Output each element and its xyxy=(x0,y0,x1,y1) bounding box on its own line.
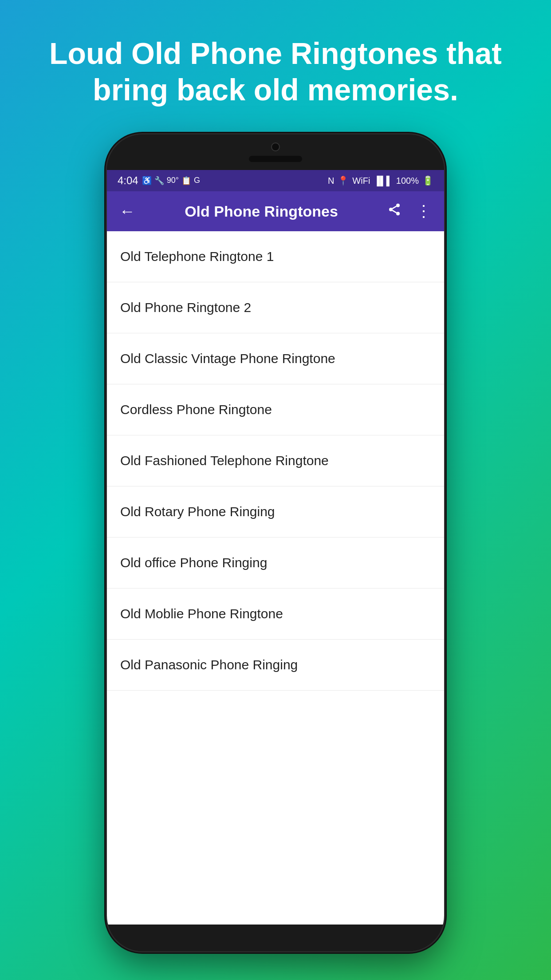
clipboard-icon: 📋 xyxy=(181,176,191,186)
svg-line-4 xyxy=(392,206,396,209)
toolbar-title: Old Phone Ringtones xyxy=(137,203,386,220)
status-right: N 📍 WiFi ▐▌▌ 100% 🔋 xyxy=(328,175,433,186)
battery-icon: 🔋 xyxy=(422,175,433,186)
toolbar-right: ⋮ xyxy=(386,200,433,222)
list-item[interactable]: Old Telephone Ringtone 1 xyxy=(107,231,444,282)
svg-point-0 xyxy=(396,204,400,207)
list-item[interactable]: Old Rotary Phone Ringing xyxy=(107,486,444,537)
ringtone-label: Old Moblie Phone Ringtone xyxy=(120,606,283,621)
wifi-icon: WiFi xyxy=(352,176,370,186)
list-item[interactable]: Old Phone Ringtone 2 xyxy=(107,282,444,333)
share-button[interactable] xyxy=(386,200,403,222)
ringtone-label: Old Panasonic Phone Ringing xyxy=(120,657,298,672)
list-item[interactable]: Old office Phone Ringing xyxy=(107,537,444,589)
more-options-button[interactable]: ⋮ xyxy=(414,200,433,222)
ringtone-label: Old Classic Vintage Phone Ringtone xyxy=(120,351,335,366)
tools-icon: 🔧 xyxy=(154,176,164,186)
battery-text: 100% xyxy=(396,176,419,186)
camera xyxy=(271,142,280,151)
list-item[interactable]: Cordless Phone Ringtone xyxy=(107,384,444,435)
status-icons-left: ♿ 🔧 90° 📋 G xyxy=(142,176,200,186)
phone-bottom-bezel xyxy=(107,925,444,951)
back-button[interactable]: ← xyxy=(118,200,137,222)
ringtone-label: Old Phone Ringtone 2 xyxy=(120,300,251,315)
phone-screen: 4:04 ♿ 🔧 90° 📋 G N 📍 WiFi ▐▌▌ 100% 🔋 xyxy=(107,170,444,925)
toolbar: ← Old Phone Ringtones ⋮ xyxy=(107,191,444,231)
toolbar-left: ← xyxy=(118,200,137,222)
ringtone-list: Old Telephone Ringtone 1 Old Phone Ringt… xyxy=(107,231,444,691)
svg-point-2 xyxy=(396,212,400,216)
ringtone-label: Old Telephone Ringtone 1 xyxy=(120,249,274,264)
list-item[interactable]: Old Panasonic Phone Ringing xyxy=(107,640,444,691)
translate-icon: G xyxy=(194,176,200,186)
accessibility-icon: ♿ xyxy=(142,176,152,186)
phone-top-bezel xyxy=(107,134,444,170)
ringtone-label: Cordless Phone Ringtone xyxy=(120,402,272,417)
list-item[interactable]: Old Fashioned Telephone Ringtone xyxy=(107,435,444,486)
status-left: 4:04 ♿ 🔧 90° 📋 G xyxy=(118,174,200,187)
signal-icon: ▐▌▌ xyxy=(374,176,393,186)
svg-line-3 xyxy=(392,210,396,213)
list-item[interactable]: Old Moblie Phone Ringtone xyxy=(107,589,444,640)
phone-mockup: 4:04 ♿ 🔧 90° 📋 G N 📍 WiFi ▐▌▌ 100% 🔋 xyxy=(102,134,449,980)
speaker xyxy=(249,156,302,162)
list-item[interactable]: Old Classic Vintage Phone Ringtone xyxy=(107,333,444,384)
svg-point-1 xyxy=(389,208,393,211)
ringtone-label: Old office Phone Ringing xyxy=(120,555,267,570)
nfc-icon: N xyxy=(328,176,334,186)
status-time: 4:04 xyxy=(118,174,138,187)
phone-frame: 4:04 ♿ 🔧 90° 📋 G N 📍 WiFi ▐▌▌ 100% 🔋 xyxy=(107,134,444,951)
header-text: Loud Old Phone Ringtones that bring back… xyxy=(0,0,551,134)
ringtone-label: Old Rotary Phone Ringing xyxy=(120,504,275,519)
location-icon: 📍 xyxy=(338,175,349,186)
ringtone-label: Old Fashioned Telephone Ringtone xyxy=(120,453,329,468)
temperature-icon: 90° xyxy=(167,176,179,186)
status-bar: 4:04 ♿ 🔧 90° 📋 G N 📍 WiFi ▐▌▌ 100% 🔋 xyxy=(107,170,444,191)
